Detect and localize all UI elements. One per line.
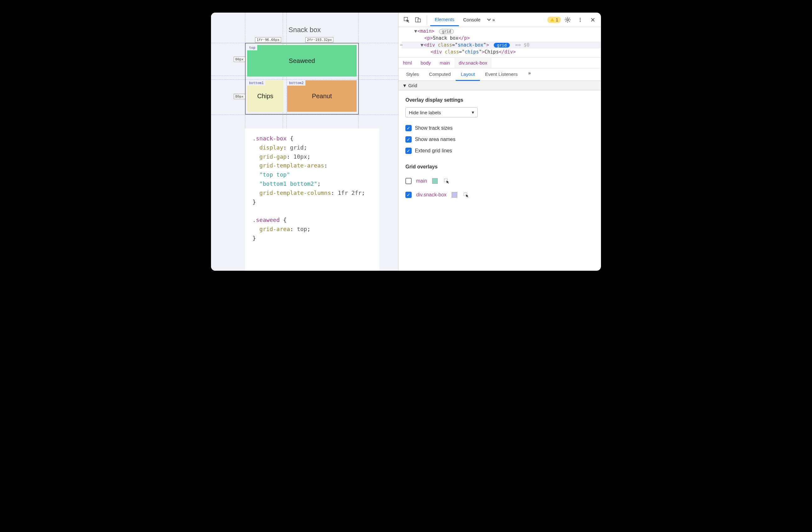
svg-point-13 bbox=[580, 19, 581, 20]
track-label-col1: 1fr·96.66px bbox=[255, 37, 281, 42]
svg-point-12 bbox=[580, 18, 581, 18]
chevron-down-icon: ▾ bbox=[472, 110, 474, 115]
overlay-main-label: main bbox=[416, 178, 427, 184]
highlight-icon[interactable] bbox=[462, 191, 470, 199]
line-labels-value: Hide line labels bbox=[409, 110, 441, 115]
more-subtabs-icon[interactable]: » bbox=[525, 68, 534, 77]
tile-peanut-label: Peanut bbox=[312, 93, 332, 100]
check-area-names-label: Show area names bbox=[415, 137, 455, 142]
svg-rect-2 bbox=[418, 19, 420, 22]
kebab-menu-icon[interactable] bbox=[576, 15, 585, 24]
tile-seaweed-label: Seaweed bbox=[289, 57, 315, 65]
crumb-html[interactable]: html bbox=[398, 58, 416, 68]
window: Snack box 1fr·96.66px 2fr·193.32px 80px … bbox=[211, 13, 601, 271]
tile-chips-label: Chips bbox=[257, 93, 273, 100]
svg-line-8 bbox=[566, 18, 566, 18]
svg-point-14 bbox=[580, 21, 581, 22]
crumb-main[interactable]: main bbox=[435, 58, 454, 68]
area-tag-bottom2: bottom2 bbox=[287, 80, 305, 86]
device-toggle-icon[interactable] bbox=[414, 15, 422, 24]
overlay-main-row[interactable]: main bbox=[405, 174, 594, 188]
swatch-main[interactable] bbox=[432, 178, 438, 184]
grid-badge-solid[interactable]: grid bbox=[494, 43, 510, 47]
area-tag-bottom1: bottom1 bbox=[247, 80, 265, 86]
checkbox-checked-icon: ✓ bbox=[405, 192, 412, 198]
devtools-toolbar: Elements Console » 1 bbox=[398, 13, 601, 27]
tile-chips: bottom1 Chips bbox=[247, 80, 284, 112]
dom-selected-row[interactable]: ▼<div class="snack-box"> grid == $0 bbox=[402, 42, 601, 48]
element-inspect-icon[interactable] bbox=[402, 15, 411, 24]
checkbox-checked-icon: ✓ bbox=[405, 148, 412, 154]
overlay-settings-title: Overlay display settings bbox=[405, 97, 594, 103]
crumb-body[interactable]: body bbox=[416, 58, 436, 68]
overlay-snackbox-label: div.snack-box bbox=[416, 192, 447, 198]
check-area-names[interactable]: ✓ Show area names bbox=[405, 134, 594, 145]
tile-seaweed: top Seaweed bbox=[247, 45, 357, 76]
overlay-snackbox-row[interactable]: ✓ div.snack-box bbox=[405, 188, 594, 202]
warning-count: 1 bbox=[556, 17, 558, 22]
css-source: .snack-box { display: grid; grid-gap: 10… bbox=[245, 128, 379, 271]
settings-icon[interactable] bbox=[563, 15, 572, 24]
checkbox-checked-icon: ✓ bbox=[405, 125, 412, 131]
warning-badge[interactable]: 1 bbox=[548, 17, 561, 23]
grid-section-header[interactable]: Grid bbox=[398, 81, 601, 90]
check-track-sizes[interactable]: ✓ Show track sizes bbox=[405, 123, 594, 134]
dom-tree[interactable]: ▼<main> grid <p>Snack box</p> ▼<div clas… bbox=[398, 27, 601, 57]
subtab-computed[interactable]: Computed bbox=[424, 68, 456, 81]
more-tabs-icon[interactable]: » bbox=[486, 15, 495, 24]
tile-peanut: bottom2 Peanut bbox=[287, 80, 357, 112]
checkbox-checked-icon: ✓ bbox=[405, 136, 412, 143]
devtools-panel: Elements Console » 1 bbox=[398, 13, 601, 271]
dom-dollar-zero: == $0 bbox=[515, 42, 529, 48]
layout-body: Overlay display settings Hide line label… bbox=[398, 90, 601, 271]
svg-line-10 bbox=[566, 21, 566, 22]
svg-line-11 bbox=[569, 18, 569, 18]
track-label-row2: 80px bbox=[234, 94, 245, 99]
tab-elements[interactable]: Elements bbox=[430, 14, 459, 26]
check-extend-lines[interactable]: ✓ Extend grid lines bbox=[405, 145, 594, 156]
area-tag-top: top bbox=[247, 45, 257, 51]
track-label-row1: 80px bbox=[234, 57, 245, 62]
subtabs: Styles Computed Layout Event Listeners » bbox=[398, 68, 601, 81]
line-labels-select[interactable]: Hide line labels ▾ bbox=[405, 107, 478, 117]
breadcrumb: html body main div.snack-box bbox=[398, 57, 601, 68]
subtab-styles[interactable]: Styles bbox=[401, 68, 424, 81]
grid-overlays-title: Grid overlays bbox=[405, 164, 594, 170]
check-track-sizes-label: Show track sizes bbox=[415, 125, 452, 131]
check-extend-lines-label: Extend grid lines bbox=[415, 148, 452, 154]
page-title: Snack box bbox=[211, 26, 398, 34]
close-icon[interactable] bbox=[589, 15, 597, 24]
swatch-snackbox[interactable] bbox=[452, 192, 457, 198]
grid-container: top Seaweed bottom1 Chips bottom2 Peanut bbox=[245, 43, 359, 115]
grid-badge-outline[interactable]: grid bbox=[439, 29, 454, 34]
track-label-col2: 2fr·193.32px bbox=[305, 37, 333, 42]
subtab-layout[interactable]: Layout bbox=[456, 68, 480, 81]
svg-line-9 bbox=[569, 21, 569, 22]
checkbox-empty-icon bbox=[405, 178, 412, 184]
svg-point-3 bbox=[567, 19, 569, 21]
rendered-page: Snack box 1fr·96.66px 2fr·193.32px 80px … bbox=[211, 13, 398, 271]
tab-console[interactable]: Console bbox=[459, 14, 485, 26]
crumb-selected[interactable]: div.snack-box bbox=[454, 58, 492, 68]
subtab-events[interactable]: Event Listeners bbox=[480, 68, 522, 81]
highlight-icon[interactable] bbox=[442, 177, 451, 185]
